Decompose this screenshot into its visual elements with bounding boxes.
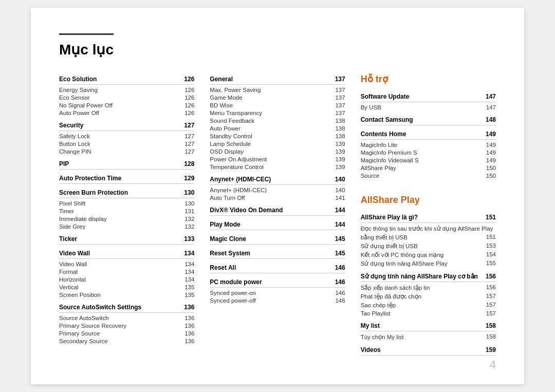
toc-header-label: My list: [361, 322, 380, 329]
toc-item: Primary Source Recovery136: [59, 322, 194, 329]
toc-header-num: 146: [335, 264, 345, 271]
toc-item-label: Lamp Schedule: [210, 141, 251, 147]
toc-item-num: 137: [335, 110, 345, 116]
toc-item-label: AllShare Play: [361, 165, 396, 171]
toc-item-label: Source: [361, 173, 379, 179]
toc-header-num: 133: [184, 235, 194, 242]
toc-item: Auto Power138: [210, 124, 345, 132]
toc-item-label: Side Grey: [59, 223, 85, 230]
toc-item-label: Game Mode: [210, 95, 242, 101]
toc-item-num: 155: [486, 260, 496, 267]
toc-header-label: Contents Home: [361, 130, 406, 138]
toc-item: Synced power-off146: [210, 296, 345, 304]
toc-item-num: 137: [335, 102, 345, 108]
toc-item-num: 136: [184, 315, 194, 321]
toc-item-label: No Signal Power Off: [59, 102, 113, 108]
toc-item: Game Mode137: [210, 94, 345, 101]
toc-item-label: Horizontal: [59, 276, 86, 283]
toc-item-num: 134: [184, 276, 194, 283]
toc-item-label: Button Lock: [59, 141, 90, 147]
toc-header: Sử dụng tính năng AllShare Play cơ bản15…: [361, 271, 496, 282]
toc-item: Eco Sensor126: [59, 94, 194, 101]
toc-item: Format134: [59, 268, 194, 275]
toc-header: Contents Home149: [361, 128, 496, 140]
toc-header: Auto Protection Time129: [59, 173, 194, 184]
toc-item-label: BD Wise: [210, 102, 233, 108]
toc-section: Screen Burn Protection130Pixel Shift130T…: [59, 187, 194, 230]
toc-item: Energy Saving126: [59, 86, 194, 94]
toc-header: Play Mode144: [210, 219, 345, 230]
toc-item-label: Auto Power: [210, 125, 240, 132]
toc-header-num: 158: [486, 322, 496, 329]
toc-header-label: Play Mode: [210, 221, 240, 228]
toc-item-label: Tao Playlist: [361, 310, 391, 316]
toc-section: Magic Clone145: [210, 233, 345, 245]
toc-item-label: Synced power-on: [210, 290, 256, 296]
toc-item-label: Phát tệp đã được chọn: [361, 293, 422, 300]
toc-item: Vertical135: [59, 283, 194, 291]
toc-header-label: Sử dụng tính năng AllShare Play cơ bản: [361, 273, 478, 280]
toc-item-num: 126: [184, 102, 194, 108]
toc-item-num: 137: [335, 95, 345, 101]
toc-section: DivX® Video On Demand144: [210, 204, 345, 216]
toc-item-label: Source AutoSwitch: [59, 315, 109, 321]
toc-item-label: Standby Control: [210, 133, 252, 139]
toc-header-num: 127: [184, 122, 194, 129]
toc-header-num: 156: [486, 273, 496, 280]
toc-item-num: 137: [335, 87, 345, 93]
toc-header-label: AllShare Play là gì?: [361, 214, 418, 221]
toc-item-num: 138: [335, 118, 345, 124]
toc-item-num: 136: [184, 330, 194, 337]
toc-section: General137Max. Power Saving137Game Mode1…: [210, 73, 345, 171]
toc-item-label: Kết nối với PC thông qua mạng: [361, 251, 444, 258]
toc-item-num: 134: [184, 269, 194, 275]
toc-item: Side Grey132: [59, 222, 194, 230]
toc-item-num: 157: [486, 293, 496, 300]
toc-item-label: OSD Display: [210, 148, 244, 155]
toc-item-label: Energy Saving: [59, 87, 98, 93]
toc-item-label: Sound Feedback: [210, 118, 254, 124]
toc-item: Source150: [361, 172, 496, 179]
toc-section: Eco Solution126Energy Saving126Eco Senso…: [59, 73, 194, 117]
toc-header-label: Video Wall: [59, 250, 90, 257]
toc-item-num: 146: [335, 297, 345, 304]
toc-header-label: Magic Clone: [210, 235, 246, 242]
page-number: 4: [490, 358, 496, 371]
toc-item-num: 135: [184, 292, 194, 298]
toc-header: Reset All146: [210, 262, 345, 273]
toc-item-label: Tùy chọn My list: [361, 333, 404, 341]
toc-item: Lamp Schedule139: [210, 140, 345, 147]
toc-item-label: Timer: [59, 208, 74, 214]
toc-header-num: 144: [335, 207, 345, 214]
toc-item-label: Eco Sensor: [59, 95, 89, 101]
toc-header: Eco Solution126: [59, 73, 194, 85]
toc-item: Max. Power Saving137: [210, 86, 345, 94]
toc-item: MagicInfo Videowall S149: [361, 156, 496, 164]
toc-item: Tùy chọn My list158: [361, 332, 496, 341]
toc-header-label: PC module power: [210, 278, 262, 286]
toc-item-label: MagicInfo Lite: [361, 142, 398, 148]
toc-header-label: Anynet+ (HDMI-CEC): [210, 176, 271, 183]
toc-header: AllShare Play là gì?151: [361, 212, 496, 223]
toc-section: PC module power146Synced power-on146Sync…: [210, 276, 345, 304]
toc-item: Temperature Control139: [210, 163, 345, 171]
toc-item: AllShare Play150: [361, 164, 496, 172]
toc-item-num: 147: [486, 104, 496, 110]
toc-item: MagicInfo Lite149: [361, 141, 496, 148]
toc-header-label: Security: [59, 122, 83, 129]
toc-header-num: 126: [184, 76, 194, 83]
toc-header-label: Auto Protection Time: [59, 175, 121, 182]
toc-item-label: Secondary Source: [59, 338, 108, 344]
toc-section: Source AutoSwitch Settings136Source Auto…: [59, 302, 194, 345]
toc-section: Sử dụng tính năng AllShare Play cơ bản15…: [361, 271, 496, 317]
toc-item: Standby Control138: [210, 132, 345, 140]
toc-item-label: Pixel Shift: [59, 200, 85, 207]
toc-item-num: 139: [335, 164, 345, 170]
toc-header: Reset System145: [210, 248, 345, 259]
toc-header: Ticker133: [59, 233, 194, 245]
toc-header-label: Source AutoSwitch Settings: [59, 304, 141, 311]
toc-header: Security127: [59, 120, 194, 131]
toc-header-label: Contact Samsung: [361, 116, 413, 123]
toc-item: Auto Power Off126: [59, 109, 194, 117]
toc-item-num: 127: [184, 133, 194, 139]
